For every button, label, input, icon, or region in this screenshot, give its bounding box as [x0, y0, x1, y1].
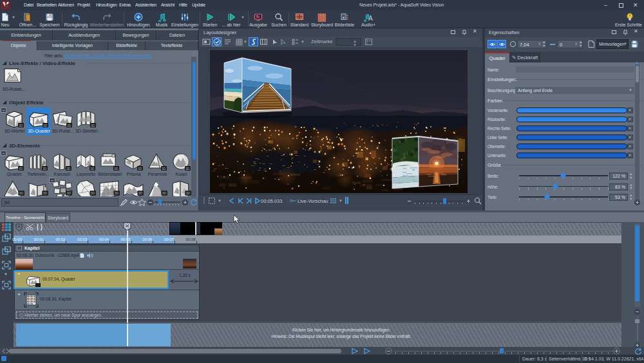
svg-text:A: A — [368, 15, 373, 22]
